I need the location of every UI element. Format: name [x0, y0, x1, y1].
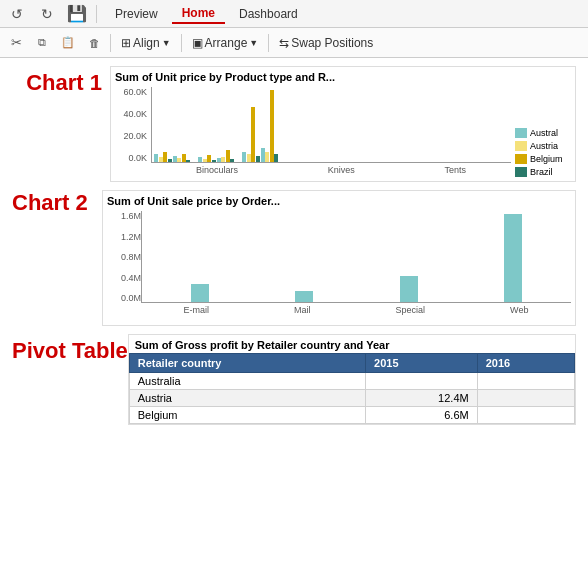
pivot-title: Sum of Gross profit by Retailer country …: [129, 335, 575, 353]
yaxis-label-2: 20.0K: [115, 131, 147, 141]
bar-bra-3: [212, 160, 216, 162]
x2axis-mail: Mail: [294, 305, 311, 315]
swap-button[interactable]: ⇆ Swap Positions: [275, 34, 377, 52]
copy-button[interactable]: ⧉: [32, 33, 52, 53]
align-icon: ⊞: [121, 36, 131, 50]
legend-color-brazil: [515, 167, 527, 177]
tab-bar: Preview Home Dashboard: [105, 2, 308, 26]
bar-group-3: [198, 155, 216, 162]
legend-australia: Austral: [515, 128, 571, 138]
bar-aus-4: [217, 158, 221, 162]
pivot-cell-australia-country: Australia: [129, 373, 365, 390]
chart1-body: 60.0K 40.0K 20.0K 0.0K: [115, 87, 571, 177]
bar-bra-6: [274, 154, 278, 162]
x2axis-web: Web: [510, 305, 528, 315]
pivot-cell-belgium-2016: [477, 407, 574, 424]
legend-austria: Austria: [515, 141, 571, 151]
bar-group-5: [242, 107, 260, 162]
chart1-legend: Austral Austria Belgium Brazil: [515, 124, 571, 177]
chart2-body: 1.6M 1.2M 0.8M 0.4M 0.0M E-mail M: [107, 211, 571, 321]
arrange-arrow: ▼: [249, 38, 258, 48]
pivot-container[interactable]: Sum of Gross profit by Retailer country …: [128, 334, 576, 425]
bar-aus-2: [173, 156, 177, 162]
bar-group-6: [261, 90, 279, 162]
chart1-xaxis: Binoculars Knives Tents: [151, 165, 511, 175]
chart1-bars-area: [151, 87, 511, 163]
delete-button[interactable]: 🗑: [84, 33, 104, 53]
chart1-yaxis: 60.0K 40.0K 20.0K 0.0K: [115, 87, 147, 177]
tab-preview[interactable]: Preview: [105, 5, 168, 23]
chart2-title: Sum of Unit sale price by Order...: [107, 195, 571, 207]
align-button[interactable]: ⊞ Align ▼: [117, 34, 175, 52]
chart2-label-spacer: Chart 2: [12, 190, 102, 216]
save-button[interactable]: 💾: [66, 3, 88, 25]
chart1-section: Chart 1 Sum of Unit price by Product typ…: [12, 66, 576, 182]
bar-aut-1: [159, 157, 163, 162]
chart2-container[interactable]: Sum of Unit sale price by Order... 1.6M …: [102, 190, 576, 326]
arrange-button[interactable]: ▣ Arrange ▼: [188, 34, 263, 52]
bar-group-1: [154, 152, 172, 162]
arrange-label: Arrange: [205, 36, 248, 50]
xaxis-knives: Knives: [328, 165, 355, 175]
y2axis-2: 0.8M: [107, 252, 141, 262]
pivot-header-2016: 2016: [477, 354, 574, 373]
bar-bel-3: [207, 155, 211, 162]
chart2-plot: E-mail Mail Special Web: [141, 211, 571, 321]
xaxis-binoculars: Binoculars: [196, 165, 238, 175]
bar-group-2: [173, 154, 191, 162]
yaxis-label-3: 0.0K: [115, 153, 147, 163]
xaxis-tents: Tents: [445, 165, 467, 175]
pivot-cell-australia-2016: [477, 373, 574, 390]
y2axis-3: 0.4M: [107, 273, 141, 283]
bar2-web: [504, 214, 522, 302]
bar2-email: [191, 284, 209, 302]
tab-dashboard[interactable]: Dashboard: [229, 5, 308, 23]
bar-group-4: [217, 150, 235, 162]
y2axis-1: 1.2M: [107, 232, 141, 242]
pivot-cell-australia-2015: [366, 373, 478, 390]
undo-button[interactable]: ↺: [6, 3, 28, 25]
chart1-plot: Binoculars Knives Tents: [151, 87, 511, 177]
legend-brazil: Brazil: [515, 167, 571, 177]
legend-label-brazil: Brazil: [530, 167, 553, 177]
pivot-cell-austria-country: Austria: [129, 390, 365, 407]
pivot-row-belgium: Belgium 6.6M: [129, 407, 574, 424]
swap-icon: ⇆: [279, 36, 289, 50]
tab-home[interactable]: Home: [172, 4, 225, 24]
pivot-row-australia: Australia: [129, 373, 574, 390]
legend-color-austria: [515, 141, 527, 151]
pivot-section: Pivot Table Sum of Gross profit by Retai…: [12, 334, 576, 425]
pivot-cell-belgium-country: Belgium: [129, 407, 365, 424]
main-content: Chart 1 Sum of Unit price by Product typ…: [0, 58, 588, 576]
redo-button[interactable]: ↻: [36, 3, 58, 25]
bar-aus-1: [154, 154, 158, 162]
bar-bra-5: [256, 156, 260, 162]
yaxis-label-1: 40.0K: [115, 109, 147, 119]
bar-bel-2: [182, 154, 186, 162]
arrange-icon: ▣: [192, 36, 203, 50]
bar-aus-3: [198, 157, 202, 162]
separator-4: [268, 34, 269, 52]
align-arrow: ▼: [162, 38, 171, 48]
paste-button[interactable]: 📋: [58, 33, 78, 53]
chart2-yaxis: 1.6M 1.2M 0.8M 0.4M 0.0M: [107, 211, 141, 321]
legend-belgium: Belgium: [515, 154, 571, 164]
pivot-row-austria: Austria 12.4M: [129, 390, 574, 407]
bar2-special: [400, 276, 418, 302]
legend-label-austria: Austria: [530, 141, 558, 151]
yaxis-label-0: 60.0K: [115, 87, 147, 97]
bar-aut-3: [203, 159, 207, 162]
chart2-section: Chart 2 Sum of Unit sale price by Order.…: [12, 190, 576, 326]
cut-button[interactable]: ✂: [6, 33, 26, 53]
bar-aut-5: [247, 154, 251, 162]
chart1-title: Sum of Unit price by Product type and R.…: [115, 71, 571, 83]
separator-3: [181, 34, 182, 52]
separator-2: [110, 34, 111, 52]
legend-label-australia: Austral: [530, 128, 558, 138]
legend-label-belgium: Belgium: [530, 154, 563, 164]
chart1-label: Chart 1: [12, 66, 102, 96]
chart1-container[interactable]: Sum of Unit price by Product type and R.…: [110, 66, 576, 182]
pivot-header-2015: 2015: [366, 354, 478, 373]
bar-bel-6: [270, 90, 274, 162]
toolbar-top: ↺ ↻ 💾 Preview Home Dashboard: [0, 0, 588, 28]
